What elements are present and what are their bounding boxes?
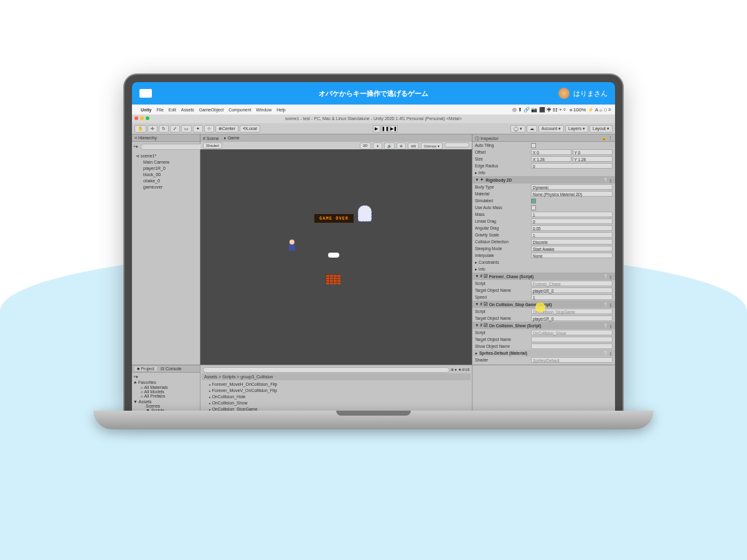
fav-item[interactable]: ⌕ All Prefabs	[141, 394, 199, 398]
rect-tool-icon[interactable]: ▭	[181, 125, 192, 133]
lighting-icon[interactable]: ☀	[373, 142, 382, 149]
scene-viewport[interactable]: GAME OVER	[200, 149, 472, 365]
script-file[interactable]: Forever_MoveH_OnCollision_Flip	[204, 381, 468, 388]
sleep-dropdown[interactable]: Start Awake	[531, 246, 613, 251]
fc-speed-field[interactable]: 1	[531, 294, 613, 300]
edge-radius-field[interactable]: 0	[531, 163, 613, 169]
shaded-dropdown[interactable]: Shaded	[203, 142, 222, 149]
maximize-icon[interactable]	[146, 116, 149, 120]
rigidbody-header[interactable]: ▼ ✦Rigidbody 2D❔ ⋮	[472, 176, 615, 184]
app-logo-icon[interactable]	[139, 89, 152, 98]
fc-target-field[interactable]: player1R_0	[531, 287, 613, 293]
hierarchy-item[interactable]: obake_0	[133, 178, 199, 184]
hierarchy-item[interactable]: block_00	[133, 172, 199, 178]
project-search-input[interactable]	[203, 367, 449, 373]
offset-x-field[interactable]: X 0	[531, 149, 571, 155]
constraints-foldout[interactable]: ▸ Constraints	[472, 259, 615, 266]
transform-tool-icon[interactable]: ✦	[193, 125, 203, 133]
size-x-field[interactable]: X 1.28	[531, 156, 571, 162]
hierarchy-add-icon[interactable]: +▾	[133, 144, 138, 149]
menu-gameobject[interactable]: GameObject	[199, 108, 223, 112]
traffic-lights[interactable]	[134, 116, 149, 120]
tab-project[interactable]: ■ Project	[134, 366, 157, 371]
forever-chase-header[interactable]: ▼ # ☑Forever_Chase (Script)❔ ⋮	[472, 273, 615, 280]
cloud-icon[interactable]: ☁	[527, 125, 537, 133]
linear-drag-field[interactable]: 0	[531, 218, 613, 224]
move-tool-icon[interactable]: ✢	[148, 125, 157, 133]
pivot-local-button[interactable]: ⟲Local	[240, 125, 260, 133]
pivot-center-button[interactable]: ⊕Center	[215, 125, 238, 133]
sprites-material-header[interactable]: ●Sprites-Default (Material)❔ ⋮	[472, 350, 615, 357]
minimize-icon[interactable]	[140, 116, 144, 120]
menu-edit[interactable]: Edit	[169, 108, 176, 112]
sg-target-field[interactable]: player1R_0	[531, 315, 613, 321]
step-button-icon[interactable]: ▶❚	[390, 125, 398, 133]
brick-sprite[interactable]	[326, 274, 341, 284]
component-tools-icon[interactable]: ❔ ⋮	[603, 324, 613, 328]
info-foldout-2[interactable]: ▸ Info	[472, 266, 615, 273]
auto-mass-checkbox[interactable]	[531, 205, 536, 210]
play-button-icon[interactable]: ▶	[373, 125, 380, 133]
fx-icon[interactable]: ✲	[397, 142, 406, 149]
size-y-field[interactable]: Y 1.28	[573, 156, 613, 162]
inspector-tab[interactable]: ⓘ Inspector 🔒 ⋮	[472, 134, 615, 142]
angular-drag-field[interactable]: 0.05	[531, 225, 613, 231]
hidden-icon[interactable]: ⊘0	[408, 142, 419, 149]
fav-item[interactable]: ⌕ All Materials	[141, 385, 199, 390]
tab-scene[interactable]: # Scene	[203, 136, 219, 141]
layout-button[interactable]: Layout ▾	[590, 125, 613, 133]
menu-assets[interactable]: Assets	[181, 108, 194, 112]
menu-help[interactable]: Help	[276, 108, 285, 112]
hierarchy-item[interactable]: gameover	[133, 184, 199, 190]
component-tools-icon[interactable]: ❔ ⋮	[603, 351, 613, 355]
ghost-sprite[interactable]	[358, 205, 372, 222]
collision-det-dropdown[interactable]: Discrete	[531, 239, 613, 245]
show-header[interactable]: ▼ # ☑On Collision_Show (Script)❔ ⋮	[472, 322, 615, 329]
inspector-lock-icon[interactable]: 🔒 ⋮	[601, 136, 613, 140]
material-field[interactable]: None (Physics Material 2D)	[531, 191, 613, 197]
shader-dropdown[interactable]: Sprites/Default	[531, 357, 613, 363]
component-tools-icon[interactable]: ❔ ⋮	[603, 302, 613, 307]
script-file[interactable]: OnCollision_Show	[204, 400, 468, 406]
hierarchy-item[interactable]: Main Camera	[133, 159, 199, 166]
component-tools-icon[interactable]: ❔ ⋮	[603, 274, 613, 279]
player-sprite[interactable]	[288, 240, 296, 251]
gravity-field[interactable]: 1	[531, 232, 613, 238]
assets-header[interactable]: ▼ Assets	[133, 399, 199, 404]
close-icon[interactable]	[134, 116, 138, 120]
mode-2d-button[interactable]: 2D	[360, 142, 371, 149]
hierarchy-item[interactable]: player1R_0	[133, 166, 199, 172]
menu-window[interactable]: Window	[256, 108, 271, 112]
gameover-sprite[interactable]: GAME OVER	[314, 214, 354, 223]
body-type-dropdown[interactable]: Dynamic	[531, 184, 613, 190]
hierarchy-scene[interactable]: ⊲ scene1*	[133, 153, 199, 159]
add-component-button[interactable]: Add Component	[472, 363, 615, 365]
script-file[interactable]: Forever_MoveV_OnCollision_Flip	[204, 388, 468, 394]
info-foldout[interactable]: ▸ Info	[472, 169, 615, 176]
offset-y-field[interactable]: Y 0	[573, 149, 613, 155]
script-file[interactable]: OnCollision_StopGame	[204, 406, 468, 411]
pause-button-icon[interactable]: ❚❚	[382, 125, 389, 133]
menu-file[interactable]: File	[157, 108, 164, 112]
sh-show-field[interactable]	[531, 343, 613, 349]
project-add-icon[interactable]: +▾	[133, 375, 138, 380]
fav-item[interactable]: ⌕ All Models	[141, 390, 199, 394]
user-badge[interactable]: はりまさん	[558, 88, 608, 99]
interpolate-dropdown[interactable]: None	[531, 253, 613, 258]
hand-tool-icon[interactable]: ✋	[134, 125, 146, 133]
folder-scenes[interactable]: Scenes	[139, 404, 199, 408]
favorites-header[interactable]: ★ Favorites	[133, 380, 199, 385]
hierarchy-tab[interactable]: ≡ Hierarchy	[132, 134, 200, 142]
simulated-checkbox[interactable]	[531, 198, 536, 203]
account-button[interactable]: Account ▾	[538, 125, 564, 133]
scale-tool-icon[interactable]: ⤢	[170, 125, 180, 133]
cloud-sprite[interactable]	[328, 253, 339, 258]
tab-console[interactable]: ⊟ Console	[161, 366, 182, 371]
tab-game[interactable]: ▸ Game	[224, 136, 240, 141]
scene-search-input[interactable]	[444, 142, 469, 147]
mass-field[interactable]: 1	[531, 212, 613, 217]
component-tools-icon[interactable]: ❔ ⋮	[603, 178, 613, 182]
audio-icon[interactable]: 🔊	[384, 142, 395, 149]
project-filter-icon[interactable]: ⊕ ● ★ ⊘18	[451, 367, 469, 373]
sh-target-field[interactable]	[531, 337, 613, 342]
